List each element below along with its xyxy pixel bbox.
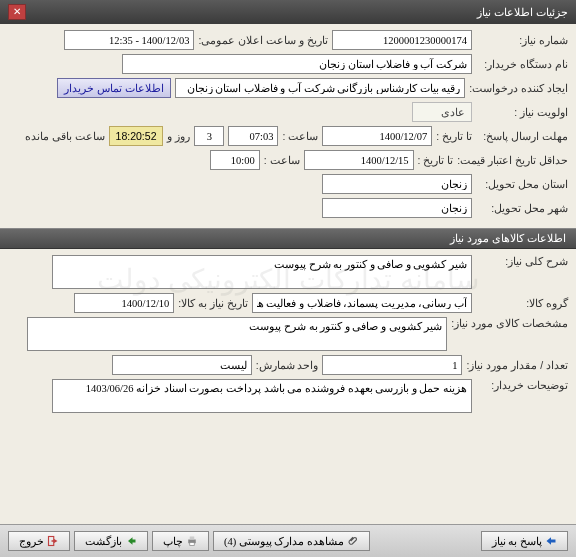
announce-label: تاریخ و ساعت اعلان عمومی: (198, 34, 328, 46)
deadline-time-field[interactable] (228, 126, 278, 146)
exit-label: خروج (19, 535, 44, 547)
attachments-button[interactable]: مشاهده مدارک پیوستی (4) (213, 531, 370, 551)
back-icon (125, 535, 137, 547)
group-label: گروه کالا: (476, 297, 568, 309)
exit-button[interactable]: خروج (8, 531, 70, 551)
unit-field[interactable] (112, 355, 252, 375)
exit-icon (47, 535, 59, 547)
need-no-label: شماره نیاز: (476, 34, 568, 46)
window-titlebar: جزئیات اطلاعات نیاز ✕ (0, 0, 576, 24)
buyer-label: نام دستگاه خریدار: (476, 58, 568, 70)
reply-button[interactable]: پاسخ به نیاز (481, 531, 568, 551)
print-label: چاپ (163, 535, 183, 547)
attachments-label: مشاهده مدارک پیوستی (4) (224, 535, 344, 547)
buyer-field[interactable] (122, 54, 472, 74)
section-general: شماره نیاز: تاریخ و ساعت اعلان عمومی: نا… (0, 24, 576, 228)
spec-field[interactable] (27, 317, 447, 351)
priority-label: اولویت نیاز : (476, 106, 568, 118)
window-title: جزئیات اطلاعات نیاز (477, 6, 568, 19)
deliver-city-field[interactable] (322, 198, 472, 218)
days-field[interactable] (194, 126, 224, 146)
deadline-date-field[interactable] (322, 126, 432, 146)
qty-label: تعداد / مقدار مورد نیاز: (466, 359, 568, 371)
price-valid-label: حداقل تاریخ اعتبار قیمت: (457, 154, 568, 166)
printer-icon (186, 535, 198, 547)
requester-field[interactable] (175, 78, 465, 98)
spec-label: مشخصات کالای مورد نیاز: (451, 317, 568, 329)
need-date-field[interactable] (74, 293, 174, 313)
days-label: روز و (167, 130, 190, 142)
svg-rect-2 (190, 543, 195, 546)
footer-toolbar: پاسخ به نیاز مشاهده مدارک پیوستی (4) چاپ… (0, 524, 576, 557)
reply-icon (545, 535, 557, 547)
announce-field[interactable] (64, 30, 194, 50)
price-valid-date-field[interactable] (304, 150, 414, 170)
buyer-note-label: توضیحات خریدار: (476, 379, 568, 391)
back-button[interactable]: بازگشت (74, 531, 148, 551)
to-date-label-1: تا تاریخ : (436, 130, 472, 142)
countdown-box: 18:20:52 (109, 126, 164, 146)
need-date-label: تاریخ نیاز به کالا: (178, 297, 248, 309)
qty-field[interactable] (322, 355, 462, 375)
contact-button[interactable]: اطلاعات تماس خریدار (57, 78, 171, 98)
paperclip-icon (347, 535, 359, 547)
time-label-2: ساعت : (264, 154, 300, 166)
to-date-label-2: تا تاریخ : (418, 154, 454, 166)
group-field[interactable] (252, 293, 472, 313)
print-button[interactable]: چاپ (152, 531, 209, 551)
section-goods: شرح کلی نیاز: گروه کالا: تاریخ نیاز به ک… (0, 249, 576, 423)
remain-label: ساعت باقی مانده (25, 130, 105, 142)
deliver-province-field[interactable] (322, 174, 472, 194)
general-desc-label: شرح کلی نیاز: (476, 255, 568, 267)
reply-label: پاسخ به نیاز (492, 535, 542, 547)
deliver-province-label: استان محل تحویل: (476, 178, 568, 190)
deliver-city-label: شهر محل تحویل: (476, 202, 568, 214)
deadline-send-label: مهلت ارسال پاسخ: (476, 130, 568, 142)
time-label-1: ساعت : (282, 130, 318, 142)
general-desc-field[interactable] (52, 255, 472, 289)
section2-header: اطلاعات کالاهای مورد نیاز (0, 228, 576, 249)
buyer-note-field[interactable] (52, 379, 472, 413)
requester-label: ایجاد کننده درخواست: (469, 82, 568, 94)
priority-value: عادی (412, 102, 472, 122)
price-valid-time-field[interactable] (210, 150, 260, 170)
back-label: بازگشت (85, 535, 122, 547)
unit-label: واحد شمارش: (256, 359, 319, 371)
close-icon[interactable]: ✕ (8, 4, 26, 20)
need-no-field[interactable] (332, 30, 472, 50)
svg-rect-1 (190, 537, 195, 540)
